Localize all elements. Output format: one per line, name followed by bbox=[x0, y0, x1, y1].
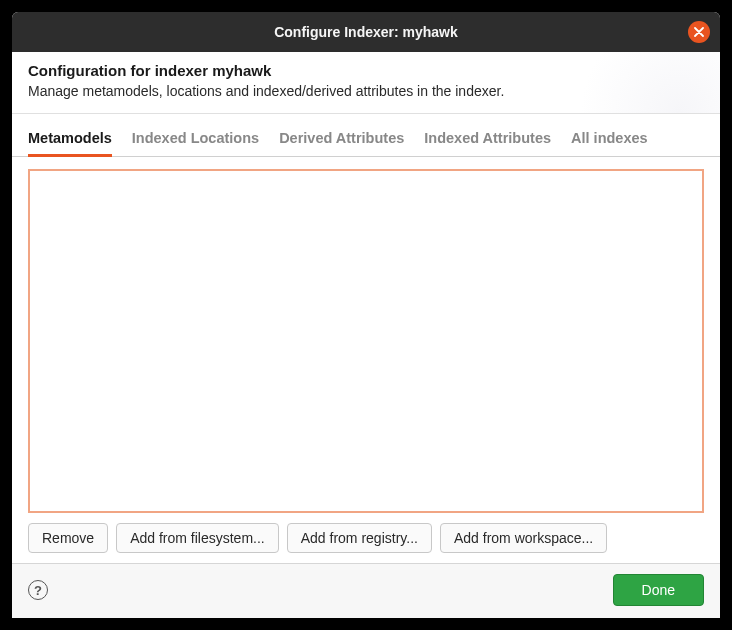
tab-all-indexes[interactable]: All indexes bbox=[571, 120, 648, 157]
page-description: Manage metamodels, locations and indexed… bbox=[28, 83, 704, 99]
add-from-registry-button[interactable]: Add from registry... bbox=[287, 523, 432, 553]
footer: ? Done bbox=[12, 563, 720, 618]
tab-bar: Metamodels Indexed Locations Derived Att… bbox=[12, 120, 720, 157]
close-icon bbox=[694, 27, 704, 37]
tab-indexed-locations[interactable]: Indexed Locations bbox=[132, 120, 259, 157]
tab-indexed-attributes[interactable]: Indexed Attributes bbox=[424, 120, 551, 157]
window-frame: Configure Indexer: myhawk Configuration … bbox=[0, 0, 732, 630]
remove-button[interactable]: Remove bbox=[28, 523, 108, 553]
window-title: Configure Indexer: myhawk bbox=[274, 24, 458, 40]
page-title: Configuration for indexer myhawk bbox=[28, 62, 704, 79]
done-button[interactable]: Done bbox=[613, 574, 704, 606]
content-area: Remove Add from filesystem... Add from r… bbox=[12, 157, 720, 563]
help-icon[interactable]: ? bbox=[28, 580, 48, 600]
tab-derived-attributes[interactable]: Derived Attributes bbox=[279, 120, 404, 157]
dialog: Configure Indexer: myhawk Configuration … bbox=[12, 12, 720, 618]
metamodels-listbox[interactable] bbox=[28, 169, 704, 513]
close-button[interactable] bbox=[688, 21, 710, 43]
button-row: Remove Add from filesystem... Add from r… bbox=[28, 523, 704, 553]
add-from-workspace-button[interactable]: Add from workspace... bbox=[440, 523, 607, 553]
titlebar: Configure Indexer: myhawk bbox=[12, 12, 720, 52]
add-from-filesystem-button[interactable]: Add from filesystem... bbox=[116, 523, 279, 553]
tab-metamodels[interactable]: Metamodels bbox=[28, 120, 112, 157]
header-section: Configuration for indexer myhawk Manage … bbox=[12, 52, 720, 114]
